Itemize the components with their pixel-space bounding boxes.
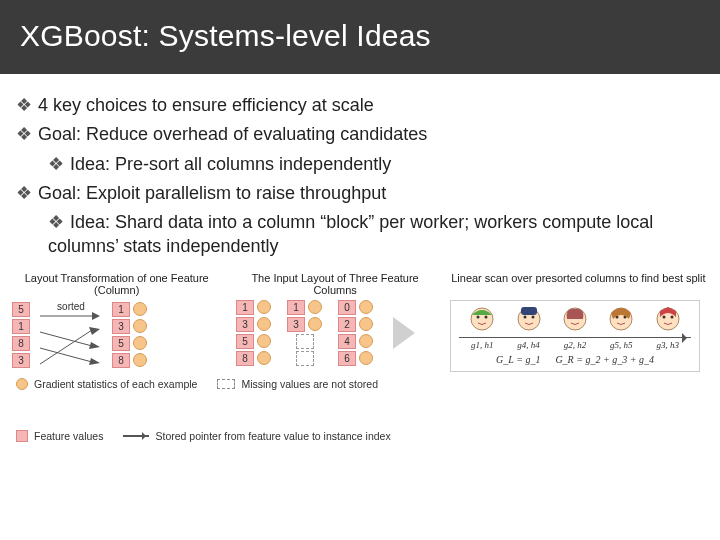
- gradient-orb-icon: [359, 351, 373, 365]
- svg-point-10: [485, 315, 488, 318]
- bullet-marker: ❖: [16, 183, 32, 203]
- feature-value: 8: [236, 351, 254, 366]
- svg-marker-3: [89, 342, 100, 349]
- svg-line-2: [40, 332, 92, 346]
- feature-value: 3: [112, 319, 130, 334]
- diagram-body: 5 1 8 3 sorted 1 3 5 8 1 3: [12, 300, 708, 372]
- svg-point-9: [477, 315, 480, 318]
- slide-header: XGBoost: Systems-level Ideas: [0, 0, 720, 74]
- feature-value: 4: [338, 334, 356, 349]
- svg-point-22: [662, 315, 665, 318]
- equation-gr: G_R = g_2 + g_3 + g_4: [555, 354, 654, 365]
- gradient-orb-icon: [257, 300, 271, 314]
- bullet-marker: ❖: [48, 154, 64, 174]
- bullet-2a: ❖Idea: Pre-sort all columns independentl…: [16, 152, 704, 176]
- feature-value: 1: [12, 319, 30, 334]
- bullet-text: 4 key choices to ensure efficiency at sc…: [38, 95, 374, 115]
- gradient-orb-icon: [133, 302, 147, 316]
- gradient-orb-icon: [359, 317, 373, 331]
- equation-row: G_L = g_1 G_R = g_2 + g_3 + g_4: [453, 354, 697, 365]
- feature-column-1: 1 3 5 8: [236, 300, 271, 366]
- feature-value: 8: [12, 336, 30, 351]
- feature-value: 1: [287, 300, 305, 315]
- axis-label: g4, h4: [517, 340, 540, 350]
- bullet-text: Idea: Pre-sort all columns independently: [70, 154, 391, 174]
- svg-marker-1: [92, 312, 100, 320]
- svg-point-12: [523, 315, 526, 318]
- bullet-text: Idea: Shard data into a column “block” p…: [48, 212, 653, 256]
- linear-scan-panel: g1, h1 g4, h4 g2, h2 g5, h5 g3, h3 G_L =…: [450, 300, 700, 372]
- sorted-column: 1 3 5 8: [112, 302, 147, 368]
- axis-line: [459, 337, 691, 338]
- diagram-titles: Layout Transformation of one Feature (Co…: [12, 272, 708, 296]
- gradient-orb-icon: [308, 317, 322, 331]
- bullet-marker: ❖: [48, 212, 64, 232]
- legend-item: Stored pointer from feature value to ins…: [123, 430, 390, 442]
- legend-item: Missing values are not stored: [217, 378, 378, 390]
- diagram-title-2: The Input Layout of Three Feature Column…: [235, 272, 434, 296]
- gradient-orb-icon: [308, 300, 322, 314]
- legend-label: Missing values are not stored: [241, 378, 378, 390]
- gradient-orb-icon: [133, 336, 147, 350]
- feature-value: 5: [12, 302, 30, 317]
- svg-point-13: [531, 315, 534, 318]
- bullet-list: ❖4 key choices to ensure efficiency at s…: [0, 74, 720, 270]
- diagram-title-3: Linear scan over presorted columns to fi…: [449, 272, 708, 296]
- three-feature-columns: 1 3 5 8 1 3 . . 0 2 4 6: [236, 300, 436, 366]
- gradient-orb-icon: [257, 351, 271, 365]
- diagram-title-1: Layout Transformation of one Feature (Co…: [12, 272, 221, 296]
- feature-value: 5: [236, 334, 254, 349]
- axis-label: g2, h2: [564, 340, 587, 350]
- layout-transform: 5 1 8 3 sorted 1 3 5 8: [12, 300, 222, 370]
- legend-label: Gradient statistics of each example: [34, 378, 197, 390]
- missing-value: .: [296, 334, 314, 349]
- legend-circle-icon: [16, 378, 28, 390]
- bullet-3: ❖Goal: Exploit parallelism to raise thro…: [16, 181, 704, 205]
- bullet-2: ❖Goal: Reduce overhead of evaluating can…: [16, 122, 704, 146]
- bullet-marker: ❖: [16, 95, 32, 115]
- sorted-row: 5: [112, 336, 147, 351]
- faces-row: [453, 305, 697, 333]
- feature-value: 2: [338, 317, 356, 332]
- sorted-row: 1: [112, 302, 147, 317]
- legend-item: Feature values: [16, 430, 103, 442]
- legend-dash-icon: [217, 379, 235, 389]
- gradient-orb-icon: [257, 334, 271, 348]
- feature-value: 3: [12, 353, 30, 368]
- sorted-row: 3: [112, 319, 147, 334]
- feature-value: 5: [112, 336, 130, 351]
- missing-value: .: [296, 351, 314, 366]
- legend-arrow-icon: [123, 435, 149, 437]
- sorted-row: 8: [112, 353, 147, 368]
- slide-title: XGBoost: Systems-level Ideas: [20, 19, 431, 53]
- svg-rect-14: [521, 307, 537, 315]
- big-arrow-icon: [393, 317, 415, 349]
- feature-column-3: 0 2 4 6: [338, 300, 373, 366]
- gradient-orb-icon: [359, 300, 373, 314]
- unsorted-column: 5 1 8 3: [12, 302, 30, 368]
- feature-value: 1: [112, 302, 130, 317]
- bullet-3a: ❖Idea: Shard data into a column “block” …: [16, 210, 704, 259]
- legend-square-icon: [16, 430, 28, 442]
- diagram-area: Layout Transformation of one Feature (Co…: [0, 270, 720, 442]
- sort-arrow-icon: sorted: [36, 300, 106, 370]
- face-icon: [654, 305, 682, 333]
- bullet-text: Goal: Reduce overhead of evaluating cand…: [38, 124, 427, 144]
- equation-gl: G_L = g_1: [496, 354, 540, 365]
- gradient-orb-icon: [133, 353, 147, 367]
- face-icon: [607, 305, 635, 333]
- feature-value: 1: [236, 300, 254, 315]
- svg-point-23: [670, 315, 673, 318]
- sorted-label: sorted: [57, 301, 85, 312]
- legend: Gradient statistics of each example Miss…: [12, 374, 708, 442]
- feature-value: 8: [112, 353, 130, 368]
- face-icon: [561, 305, 589, 333]
- legend-label: Stored pointer from feature value to ins…: [155, 430, 390, 442]
- feature-column-2: 1 3 . .: [287, 300, 322, 366]
- legend-item: Gradient statistics of each example: [16, 378, 197, 390]
- gradient-orb-icon: [359, 334, 373, 348]
- legend-label: Feature values: [34, 430, 103, 442]
- bullet-1: ❖4 key choices to ensure efficiency at s…: [16, 93, 704, 117]
- axis-labels: g1, h1 g4, h4 g2, h2 g5, h5 g3, h3: [453, 338, 697, 350]
- feature-value: 0: [338, 300, 356, 315]
